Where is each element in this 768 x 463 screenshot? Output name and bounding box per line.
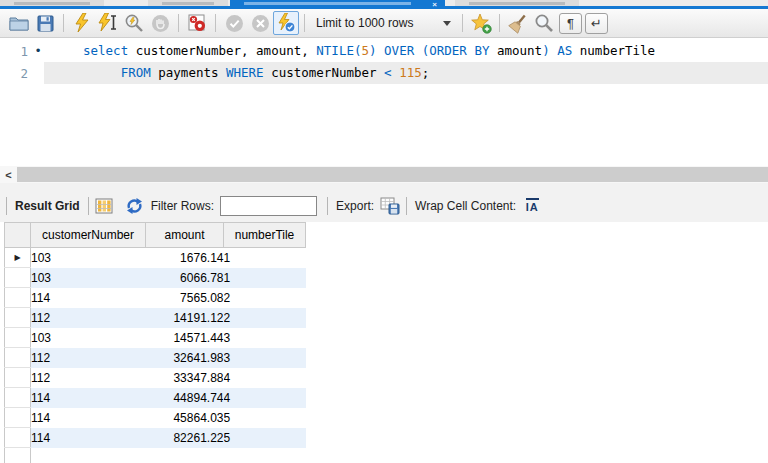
save-snippet-button[interactable] [468, 11, 494, 35]
cell-customerNumber[interactable]: 112 [31, 308, 146, 328]
column-header-amount[interactable]: amount [146, 223, 224, 248]
broom-icon [508, 13, 529, 34]
open-script-button[interactable] [6, 11, 32, 35]
toolbar-separator [63, 14, 64, 32]
toggle-autocommit-button[interactable] [273, 11, 299, 35]
rollback-button[interactable] [247, 11, 273, 35]
cell-numberTile[interactable]: 4 [224, 368, 306, 388]
refresh-icon [125, 197, 144, 215]
row-selector[interactable] [5, 328, 31, 348]
editor-horizontal-scrollbar[interactable]: < [0, 166, 768, 183]
cell-amount[interactable]: 33347.88 [146, 368, 224, 388]
cell-empty [146, 448, 224, 463]
cell-amount[interactable]: 45864.03 [146, 408, 224, 428]
row-selector[interactable] [5, 288, 31, 308]
cell-numberTile[interactable]: 3 [224, 328, 306, 348]
find-panel-button[interactable] [531, 11, 557, 35]
cell-amount[interactable]: 7565.08 [146, 288, 224, 308]
row-selector[interactable] [5, 408, 31, 428]
rollback-x-icon [251, 14, 270, 33]
stop-execution-button[interactable] [147, 11, 173, 35]
cell-amount[interactable]: 14571.44 [146, 328, 224, 348]
scroll-left-icon[interactable]: < [0, 169, 17, 181]
code-lines: 1•select customerNumber, amount, NTILE(5… [0, 40, 768, 84]
row-selector[interactable] [5, 308, 31, 328]
toolbar-separator [462, 14, 463, 32]
row-selector[interactable] [5, 428, 31, 448]
execute-statement-button[interactable] [69, 11, 95, 35]
row-selector[interactable] [5, 388, 31, 408]
cell-amount[interactable]: 14191.12 [146, 308, 224, 328]
row-selector-current[interactable]: ▶ [5, 248, 31, 268]
table-row: 10314571.443 [5, 328, 306, 348]
cell-amount[interactable]: 6066.78 [146, 268, 224, 288]
code-line[interactable]: 1•select customerNumber, amount, NTILE(5… [0, 40, 768, 62]
column-header-customerNumber[interactable]: customerNumber [31, 223, 146, 248]
cell-amount[interactable]: 32641.98 [146, 348, 224, 368]
grid-view-button[interactable] [93, 195, 117, 217]
tab-label-clipped [162, 2, 214, 5]
explain-plan-button[interactable] [121, 11, 147, 35]
table-row: 1147565.082 [5, 288, 306, 308]
cell-numberTile[interactable]: 2 [224, 308, 306, 328]
line-number: 1 [0, 44, 28, 59]
stop-on-error-icon [187, 13, 208, 34]
column-header-numberTile[interactable]: numberTile [224, 223, 306, 248]
tab-active[interactable]: × [230, 0, 445, 9]
cell-numberTile[interactable]: 3 [224, 348, 306, 368]
cell-numberTile[interactable]: 1 [224, 268, 306, 288]
cell-customerNumber[interactable]: 112 [31, 368, 146, 388]
cell-numberTile[interactable]: 1 [224, 248, 306, 268]
toolbar-separator [6, 197, 7, 215]
refresh-button[interactable] [123, 195, 147, 217]
autocommit-icon [276, 13, 296, 33]
wrap-return-icon: ↵ [585, 13, 608, 34]
cell-customerNumber[interactable]: 103 [31, 328, 146, 348]
cell-amount[interactable]: 1676.14 [146, 248, 224, 268]
commit-button[interactable] [221, 11, 247, 35]
scrollbar-thumb[interactable] [17, 167, 768, 182]
cell-customerNumber[interactable]: 114 [31, 428, 146, 448]
save-script-button[interactable] [32, 11, 58, 35]
statement-marker-icon: • [32, 44, 44, 58]
limit-rows-dropdown[interactable]: Limit to 1000 rows [310, 16, 457, 30]
editor-tab-strip: × [0, 0, 768, 9]
cell-numberTile[interactable]: 4 [224, 388, 306, 408]
wrap-text-button[interactable]: ↵ [583, 11, 609, 35]
magnifier-lightning-icon [124, 13, 145, 34]
invisible-characters-button[interactable]: ¶ [557, 11, 583, 35]
row-selector[interactable] [5, 268, 31, 288]
cell-amount[interactable]: 82261.22 [146, 428, 224, 448]
cell-amount[interactable]: 44894.74 [146, 388, 224, 408]
toggle-stop-on-error-button[interactable] [184, 11, 210, 35]
export-label: Export: [336, 199, 374, 213]
sql-editor[interactable]: 1•select customerNumber, amount, NTILE(5… [0, 38, 768, 166]
toolbar-separator [327, 197, 328, 215]
execute-current-statement-button[interactable] [95, 11, 121, 35]
cell-customerNumber[interactable]: 114 [31, 388, 146, 408]
cell-customerNumber[interactable]: 103 [31, 268, 146, 288]
pilcrow-icon: ¶ [559, 13, 582, 34]
beautify-script-button[interactable] [505, 11, 531, 35]
cell-customerNumber[interactable]: 103 [31, 248, 146, 268]
row-selector-header[interactable] [5, 223, 31, 248]
cell-customerNumber[interactable]: 112 [31, 348, 146, 368]
commit-check-icon [225, 14, 244, 33]
export-button[interactable] [378, 195, 402, 217]
cell-numberTile[interactable]: 2 [224, 288, 306, 308]
cell-customerNumber[interactable]: 114 [31, 408, 146, 428]
cell-numberTile[interactable]: 5 [224, 428, 306, 448]
tab-label-clipped [244, 2, 411, 5]
row-selector[interactable] [5, 448, 31, 463]
wrap-cell-content-label: Wrap Cell Content: [415, 199, 516, 213]
code-line[interactable]: 2 FROM payments WHERE customerNumber < 1… [0, 62, 768, 84]
line-number: 2 [0, 66, 28, 81]
row-selector[interactable] [5, 348, 31, 368]
cell-customerNumber[interactable]: 114 [31, 288, 146, 308]
wrap-cell-content-button[interactable]: IA [520, 195, 544, 217]
cell-numberTile[interactable]: 5 [224, 408, 306, 428]
filter-rows-input[interactable] [220, 196, 317, 216]
chevron-down-icon [443, 21, 451, 26]
tab-close-icon[interactable]: × [432, 0, 437, 9]
row-selector[interactable] [5, 368, 31, 388]
